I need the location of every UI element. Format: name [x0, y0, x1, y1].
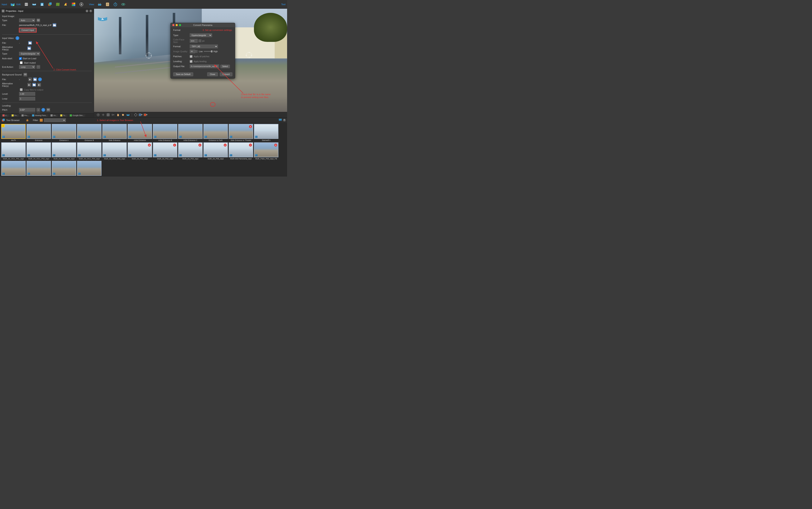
target2-icon[interactable] — [134, 113, 138, 117]
tour-thumbnail[interactable]: CMuth_int_P02_equi — [153, 142, 177, 160]
tour-thumbnail[interactable] — [77, 161, 102, 177]
tour-thumbnail[interactable]: Muth_int_OG1_P02_equi — [27, 142, 51, 160]
pin-icon[interactable] — [26, 119, 29, 122]
bs-info-icon[interactable]: i — [38, 77, 42, 81]
tour-thumbnail[interactable]: Entrance to Park — [204, 124, 228, 142]
start-on-load-checkbox[interactable] — [19, 57, 22, 60]
tour-thumbnail[interactable]: BMuth_int_P01_equi — [127, 142, 152, 160]
tour-thumbnail[interactable]: Artist Entrance C — [178, 124, 202, 142]
filter-icon[interactable] — [40, 119, 43, 122]
open-video-icon[interactable] — [28, 41, 32, 45]
hotspot-stack-icon[interactable] — [47, 1, 53, 7]
tour-thumbnail[interactable]: Artist Entrance B — [153, 124, 177, 142]
hand-icon[interactable] — [116, 113, 120, 117]
wave-icon[interactable] — [121, 113, 125, 117]
tour-thumbnail[interactable]: Stairwell A — [254, 124, 279, 142]
bg-sound-icon[interactable] — [24, 73, 27, 76]
tour-thumbnail[interactable] — [1, 161, 26, 177]
tour-thumbnail[interactable]: Muth_int_OG1_P03_equi — [52, 142, 76, 160]
browser-collapse-icon[interactable]: ⊖ — [283, 119, 286, 122]
bs-alt-play-icon[interactable]: ▶ — [27, 83, 31, 87]
tour-thumbnail[interactable]: 1MuTh — [1, 124, 26, 142]
filter-select[interactable] — [44, 118, 66, 122]
grid-icon[interactable] — [106, 113, 110, 117]
display-icon[interactable] — [36, 19, 40, 22]
output-icon[interactable] — [78, 1, 84, 7]
save-default-button[interactable]: Save as Default — [173, 72, 193, 76]
tour-thumbnail[interactable] — [52, 161, 76, 177]
tour-thumbnail[interactable]: Artist Entrance — [127, 124, 152, 142]
open-alt-icon[interactable] — [27, 46, 31, 50]
tab-user[interactable]: Us... — [49, 114, 59, 117]
video-type-select[interactable]: Equirectangular — [19, 52, 40, 56]
pano-mini-icon[interactable] — [279, 119, 282, 121]
tab-list[interactable]: Li... — [1, 114, 9, 117]
convert-input-button[interactable]: Convert Input — [19, 28, 36, 32]
tour-thumbnail[interactable]: DMuth_int_P04_equi — [178, 142, 202, 160]
tour-map-icon[interactable] — [55, 1, 61, 7]
pano-arrows-icon[interactable] — [31, 1, 37, 7]
binoculars-icon[interactable] — [97, 1, 103, 7]
tab-viewing[interactable]: Viewing Para... — [31, 114, 48, 117]
tour-thumbnail[interactable]: Muth_int_OG1_P04_equi — [77, 142, 102, 160]
close-button[interactable]: Close — [207, 72, 218, 76]
tour-thumbnail[interactable]: EMuth_int_P05_equi — [204, 142, 228, 160]
pitch-info-icon[interactable]: i — [41, 108, 45, 112]
edit-sliders-icon[interactable] — [23, 1, 29, 7]
tour-thumbnail[interactable]: Entrance A — [52, 124, 76, 142]
type-select[interactable]: Auto — [19, 19, 35, 22]
panel-collapse-icon[interactable]: ⊖ — [85, 9, 88, 12]
panel-close-icon[interactable]: ✕ — [89, 9, 92, 12]
bs-alt-open-icon[interactable] — [32, 83, 36, 87]
tour-thumbnail[interactable]: Muth_int_OG1_P05_equi — [102, 142, 127, 160]
tab-tour[interactable]: To... — [59, 114, 68, 117]
end-action-btn[interactable]: ⋯ — [36, 65, 40, 69]
tour-thumbnail[interactable]: Entrance B — [77, 124, 102, 142]
tab-google[interactable]: Google Stre... — [69, 114, 85, 117]
thumbnail-label — [52, 176, 76, 177]
tour-thumbnail[interactable] — [27, 161, 51, 177]
timer-icon[interactable] — [112, 1, 118, 7]
level-input[interactable] — [19, 92, 35, 96]
dialog-titlebar[interactable]: Convert Panorama — [171, 23, 235, 27]
bs-open-icon[interactable] — [33, 77, 37, 81]
tab-project[interactable]: Pro... — [20, 114, 30, 117]
eye-icon[interactable] — [120, 1, 126, 7]
tab-output[interactable]: Ou... — [10, 114, 20, 117]
bg-color-swatch[interactable]: ▾ — [139, 113, 143, 117]
output-file-input[interactable] — [190, 64, 219, 68]
start-muted-checkbox[interactable] — [20, 61, 23, 64]
play-icon[interactable]: ▶ — [28, 77, 32, 81]
crosshair-tool-icon[interactable] — [101, 113, 105, 117]
tour-thumbnail[interactable]: Muth_int_OG1_P01_equi — [1, 142, 26, 160]
fg-color-swatch[interactable]: ▾ — [144, 113, 147, 117]
dlg-format-select[interactable]: TIFF (.tif) — [190, 44, 218, 48]
bs-alt-extra-icon[interactable]: ◧ — [37, 83, 41, 87]
tour-thumbnail[interactable]: FMuth-446 Panorama_equi — [229, 142, 253, 160]
open-pano-icon[interactable] — [9, 1, 16, 7]
dlg-quality-label: Image Quality: — [173, 50, 190, 53]
list-icon[interactable] — [104, 1, 111, 7]
tour-thumbnail[interactable]: Side Entrance — [102, 124, 127, 142]
user-data-icon[interactable] — [39, 1, 45, 7]
pano-icon[interactable] — [126, 113, 130, 117]
info-icon[interactable]: i — [15, 36, 19, 40]
skin-icon[interactable] — [63, 1, 69, 7]
select-output-button[interactable]: Select — [220, 65, 230, 68]
convert-button[interactable]: Convert — [220, 72, 232, 76]
loop-input[interactable] — [19, 97, 35, 101]
dlg-type-select[interactable]: Equirectangular — [190, 33, 212, 37]
tour-thumbnail[interactable]: Entrance — [27, 124, 51, 142]
tour-thumbnail[interactable]: GMuth_Patio_P00_equi_FB — [254, 142, 279, 160]
tour-thumbnail[interactable]: ASide Entrance to Theater — [229, 124, 253, 142]
pitch-display-icon[interactable] — [46, 108, 50, 112]
end-action-select[interactable]: Loop — [19, 65, 35, 69]
tour-browser-toolbar: Tour Browser Filter: 1. Select all image… — [0, 117, 287, 123]
pitch-stepper[interactable]: ↕ — [36, 108, 40, 112]
key-icon[interactable] — [111, 113, 115, 117]
target-icon[interactable] — [96, 113, 100, 117]
dlg-quality-stepper — [195, 50, 197, 53]
open-file-icon[interactable] — [52, 23, 57, 27]
pitch-input[interactable] — [19, 108, 35, 112]
google-icon[interactable] — [70, 1, 77, 7]
